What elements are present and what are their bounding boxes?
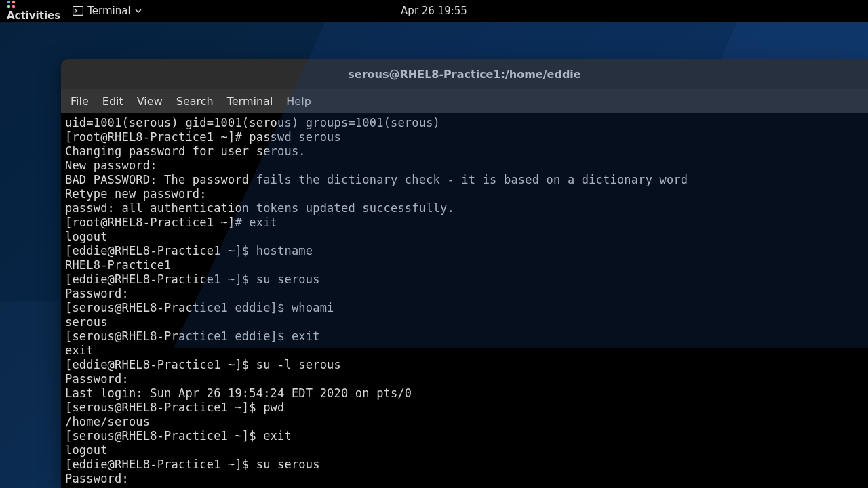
terminal-app-icon — [73, 6, 83, 16]
gnome-top-bar: Activities Terminal Apr 26 19:55 — [0, 0, 868, 22]
menu-search[interactable]: Search — [176, 95, 214, 108]
svg-point-3 — [12, 5, 15, 8]
activities-icon — [7, 0, 16, 9]
clock[interactable]: Apr 26 19:55 — [401, 5, 467, 17]
window-titlebar[interactable]: serous@RHEL8-Practice1:/home/eddie — [61, 59, 868, 89]
menubar: File Edit View Search Terminal Help — [61, 89, 868, 113]
terminal-output[interactable]: uid=1001(serous) gid=1001(serous) groups… — [61, 113, 868, 488]
terminal-window: serous@RHEL8-Practice1:/home/eddie File … — [61, 59, 868, 488]
desktop-background: serous@RHEL8-Practice1:/home/eddie File … — [0, 22, 868, 488]
svg-point-2 — [7, 5, 10, 8]
svg-point-0 — [7, 1, 10, 3]
window-title: serous@RHEL8-Practice1:/home/eddie — [348, 68, 580, 81]
svg-rect-4 — [73, 7, 83, 16]
menu-edit[interactable]: Edit — [102, 95, 123, 108]
activities-label: Activities — [7, 9, 60, 22]
menu-file[interactable]: File — [71, 95, 89, 108]
chevron-down-icon — [135, 9, 142, 13]
menu-help[interactable]: Help — [286, 95, 311, 108]
activities-button[interactable]: Activities — [7, 0, 60, 22]
current-app-menu[interactable]: Terminal — [73, 5, 141, 17]
menu-view[interactable]: View — [137, 95, 163, 108]
menu-terminal[interactable]: Terminal — [227, 95, 273, 108]
svg-point-1 — [12, 1, 15, 3]
current-app-label: Terminal — [87, 5, 130, 17]
